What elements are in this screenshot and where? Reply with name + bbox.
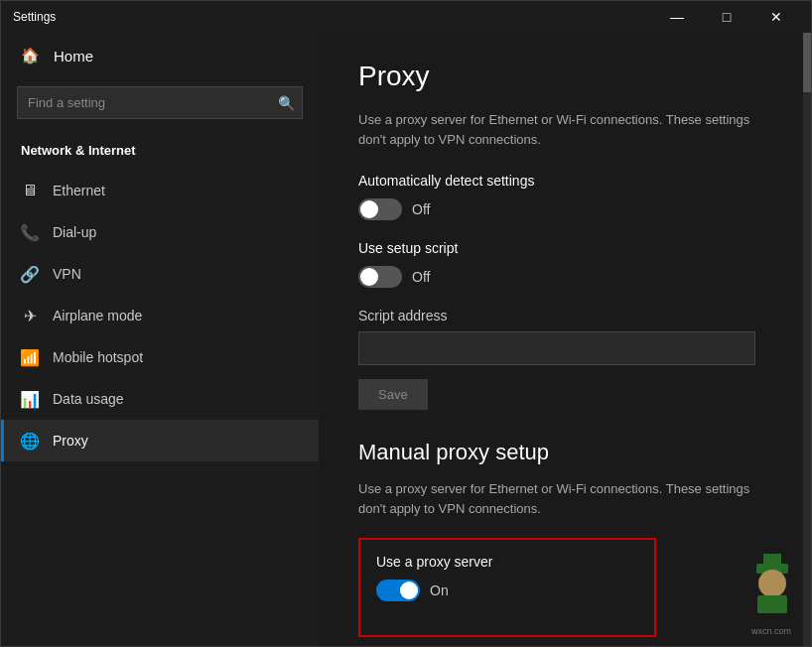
char-body bbox=[757, 595, 787, 613]
sidebar-item-hotspot[interactable]: 📶 Mobile hotspot bbox=[1, 336, 319, 378]
vpn-icon: 🔗 bbox=[21, 265, 39, 283]
setup-script-knob bbox=[360, 268, 378, 286]
sidebar-item-label: Mobile hotspot bbox=[53, 349, 143, 365]
search-icon: 🔍 bbox=[278, 95, 295, 111]
sidebar-item-dialup[interactable]: 📞 Dial-up bbox=[1, 211, 319, 253]
setup-script-toggle[interactable] bbox=[358, 266, 402, 288]
dialup-icon: 📞 bbox=[21, 223, 39, 241]
char-head bbox=[758, 570, 786, 597]
window-content: 🏠 Home 🔍 Network & Internet 🖥 Ethernet 📞… bbox=[1, 33, 811, 646]
datausage-icon: 📊 bbox=[21, 390, 39, 408]
sidebar-item-label: Ethernet bbox=[53, 183, 105, 198]
window-controls: — □ ✕ bbox=[654, 1, 799, 33]
auto-section-desc: Use a proxy server for Ethernet or Wi-Fi… bbox=[358, 110, 763, 149]
auto-detect-toggle-row: Off bbox=[358, 198, 763, 220]
settings-window: Settings — □ ✕ 🏠 Home 🔍 Network & Intern… bbox=[0, 0, 812, 647]
search-input[interactable] bbox=[17, 86, 303, 119]
window-title: Settings bbox=[13, 10, 56, 24]
home-icon: 🏠 bbox=[21, 47, 40, 65]
sidebar-item-label: Proxy bbox=[53, 433, 88, 449]
script-address-label: Script address bbox=[358, 308, 763, 324]
sidebar-item-label: Dial-up bbox=[53, 224, 96, 240]
use-proxy-toggle-row: On bbox=[376, 580, 638, 601]
page-title: Proxy bbox=[358, 61, 763, 92]
manual-section-desc: Use a proxy server for Ethernet or Wi-Fi… bbox=[358, 479, 763, 518]
watermark: wxcn.com bbox=[742, 570, 791, 636]
sidebar-item-datausage[interactable]: 📊 Data usage bbox=[1, 378, 319, 420]
scrollbar-thumb[interactable] bbox=[803, 33, 811, 92]
sidebar-section-title: Network & Internet bbox=[1, 135, 319, 170]
sidebar: 🏠 Home 🔍 Network & Internet 🖥 Ethernet 📞… bbox=[1, 33, 319, 646]
auto-detect-toggle[interactable] bbox=[358, 198, 402, 220]
setup-script-toggle-row: Off bbox=[358, 266, 763, 288]
auto-detect-knob bbox=[360, 200, 378, 218]
script-address-input[interactable] bbox=[358, 331, 755, 365]
setup-script-state: Off bbox=[412, 269, 430, 285]
ethernet-icon: 🖥 bbox=[21, 182, 39, 199]
airplane-icon: ✈ bbox=[21, 307, 39, 324]
sidebar-item-airplane[interactable]: ✈ Airplane mode bbox=[1, 295, 319, 336]
use-proxy-toggle[interactable] bbox=[376, 580, 420, 601]
setup-script-label: Use setup script bbox=[358, 240, 763, 256]
save-button[interactable]: Save bbox=[358, 379, 428, 410]
auto-detect-state: Off bbox=[412, 201, 430, 217]
sidebar-search-container: 🔍 bbox=[17, 86, 303, 119]
sidebar-item-label: Data usage bbox=[53, 391, 124, 407]
auto-detect-label: Automatically detect settings bbox=[358, 173, 763, 189]
sidebar-home[interactable]: 🏠 Home bbox=[1, 33, 319, 78]
proxy-icon: 🌐 bbox=[21, 432, 39, 450]
minimize-button[interactable]: — bbox=[654, 1, 700, 33]
sidebar-item-label: Airplane mode bbox=[53, 308, 142, 324]
sidebar-item-label: VPN bbox=[53, 266, 81, 282]
use-proxy-state: On bbox=[430, 582, 449, 598]
use-proxy-knob bbox=[400, 582, 418, 599]
use-proxy-label: Use a proxy server bbox=[376, 554, 638, 570]
main-panel: Proxy Use a proxy server for Ethernet or… bbox=[319, 33, 811, 646]
sidebar-item-vpn[interactable]: 🔗 VPN bbox=[1, 253, 319, 295]
main-content: Proxy Use a proxy server for Ethernet or… bbox=[319, 33, 811, 646]
titlebar: Settings — □ ✕ bbox=[1, 1, 811, 33]
watermark-text: wxcn.com bbox=[742, 626, 791, 636]
proxy-server-box: Use a proxy server On bbox=[358, 538, 656, 637]
hotspot-icon: 📶 bbox=[21, 348, 39, 366]
manual-section-title: Manual proxy setup bbox=[358, 440, 763, 465]
close-button[interactable]: ✕ bbox=[753, 1, 799, 33]
sidebar-item-proxy[interactable]: 🌐 Proxy bbox=[1, 420, 319, 461]
sidebar-item-ethernet[interactable]: 🖥 Ethernet bbox=[1, 170, 319, 211]
home-label: Home bbox=[54, 48, 93, 65]
watermark-figure bbox=[742, 570, 791, 624]
scrollbar[interactable] bbox=[803, 33, 811, 646]
maximize-button[interactable]: □ bbox=[704, 1, 749, 33]
